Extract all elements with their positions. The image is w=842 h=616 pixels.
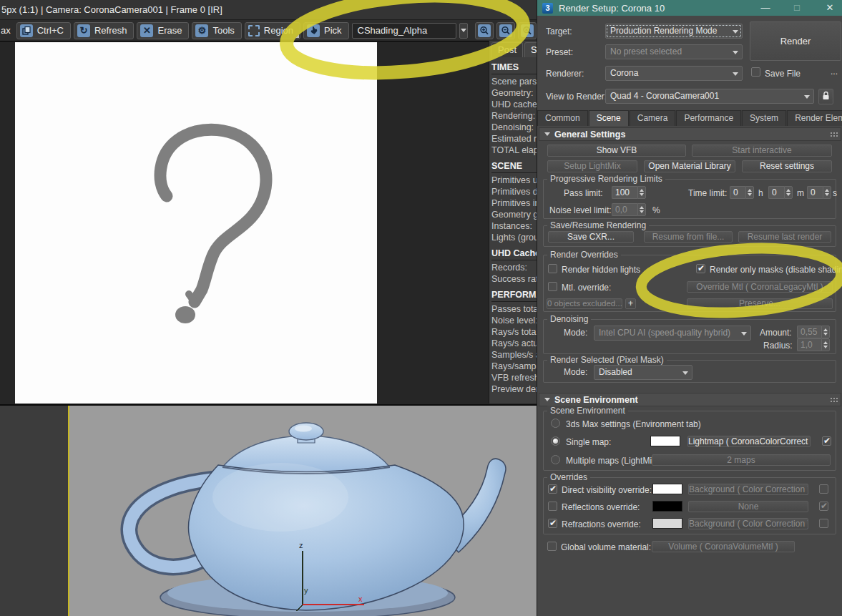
objects-excluded-button[interactable]: 0 objects excluded... [547, 298, 622, 309]
spinner-arrows-icon[interactable] [821, 338, 830, 351]
spinner-arrows-icon[interactable] [823, 186, 831, 199]
reflections-map-button[interactable]: None [688, 501, 808, 512]
tab-performance[interactable]: Performance [676, 110, 741, 126]
direct-visibility-color-swatch[interactable] [652, 484, 682, 494]
preserve-button[interactable]: Preserve... [687, 298, 833, 309]
start-interactive-button[interactable]: Start interactive [692, 145, 832, 157]
direct-visibility-enable-checkbox[interactable] [819, 484, 828, 494]
reset-settings-button[interactable]: Reset settings [742, 160, 832, 172]
reflections-override-checkbox[interactable] [548, 502, 557, 511]
single-map-button[interactable]: Lightmap ( CoronaColorCorrect ) [687, 436, 811, 447]
group-save-resume-rendering: Save/Resume Rendering Save CXR... Resume… [543, 225, 836, 247]
pass-limit-spinner[interactable]: 100 [612, 186, 646, 199]
setup-lightmix-button[interactable]: Setup LightMix [547, 160, 637, 172]
single-map-enable-checkbox[interactable] [822, 436, 831, 446]
copy-button-label: Ctrl+C [37, 25, 64, 36]
dialog-titlebar[interactable]: 3 Render Setup: Corona 10 — □ ✕ [537, 0, 842, 16]
refresh-button[interactable]: ↻ Refresh [74, 22, 134, 39]
drag-grip-icon[interactable] [830, 397, 838, 404]
direct-visibility-map-button[interactable]: Background ( Color Correction ) [688, 484, 808, 495]
drag-grip-icon[interactable] [830, 132, 838, 138]
global-volume-material-button[interactable]: Volume ( CoronaVolumeMtl ) [652, 541, 795, 552]
tab-camera[interactable]: Camera [630, 110, 676, 126]
rollout-scene-environment[interactable]: Scene Environment [539, 393, 841, 406]
time-limit-s-spinner[interactable]: 0 [807, 186, 831, 199]
max-settings-radio[interactable] [551, 419, 560, 428]
tab-common[interactable]: Common [537, 110, 588, 126]
tab-system[interactable]: System [742, 110, 786, 126]
cutoff-button-label[interactable]: ax [0, 25, 14, 36]
spinner-arrows-icon[interactable] [637, 186, 646, 199]
tab-post[interactable]: Post [491, 42, 523, 57]
refractions-map-button[interactable]: Background ( Color Correction ) [688, 518, 808, 529]
time-limit-h-spinner[interactable]: 0 [730, 186, 754, 199]
pick-button[interactable]: Pick [303, 22, 349, 39]
rollout-general-settings[interactable]: General Settings [539, 127, 841, 141]
target-dropdown[interactable]: Production Rendering Mode [605, 24, 743, 39]
copy-button[interactable]: Ctrl+C [16, 22, 71, 39]
multiple-maps-button[interactable]: 2 maps [652, 454, 831, 466]
noise-level-limit-spinner[interactable]: 0,0 [612, 203, 646, 216]
save-file-label: Save File [765, 69, 801, 79]
perspective-viewport[interactable]: z y x [68, 406, 537, 616]
minimize-button[interactable]: — [755, 0, 776, 16]
preset-dropdown[interactable]: No preset selected [605, 44, 743, 59]
maximize-button[interactable]: □ [786, 0, 808, 16]
tab-render-elements[interactable]: Render Elements [787, 110, 842, 126]
render-selected-mode-dropdown[interactable]: Disabled [594, 365, 692, 380]
render-hidden-lights-checkbox[interactable] [548, 264, 557, 273]
denoise-amount-spinner[interactable]: 0,55 [797, 326, 830, 338]
save-cxr-button[interactable]: Save CXR... [548, 231, 634, 243]
show-vfb-button[interactable]: Show VFB [547, 145, 686, 157]
multiple-maps-radio[interactable] [551, 455, 560, 464]
vfb-info-bar: 5px (1:1) | Camera: CoronaCamera001 | Fr… [0, 0, 537, 20]
tab-stats[interactable]: Stats [524, 42, 537, 57]
group-legend: Denoising [547, 314, 591, 324]
render-only-masks-checkbox[interactable] [696, 264, 705, 273]
resume-last-render-button[interactable]: Resume last render [738, 231, 831, 243]
reflections-enable-checkbox[interactable] [819, 502, 828, 511]
refractions-color-swatch[interactable] [652, 518, 682, 529]
direct-visibility-override-checkbox[interactable] [548, 484, 557, 494]
reflections-color-swatch[interactable] [652, 501, 682, 512]
render-button[interactable]: Render [750, 21, 841, 61]
zoom-in-button[interactable] [475, 22, 494, 39]
single-map-color-swatch[interactable] [650, 436, 680, 446]
erase-button-label: Erase [157, 25, 182, 36]
time-limit-m-spinner[interactable]: 0 [768, 186, 793, 199]
lock-view-button[interactable] [818, 89, 833, 104]
single-map-radio[interactable] [551, 436, 560, 446]
spinner-arrows-icon[interactable] [745, 186, 754, 199]
add-exclude-button[interactable]: + [625, 298, 636, 309]
render-channel-dropdown-arrow[interactable] [459, 23, 468, 39]
tab-scene[interactable]: Scene [589, 110, 629, 126]
zoom-reset-button[interactable] [518, 22, 537, 39]
spinner-arrows-icon[interactable] [821, 326, 830, 338]
open-material-library-button[interactable]: Open Material Library [644, 160, 735, 172]
refractions-override-checkbox[interactable] [548, 519, 557, 528]
global-volume-material-checkbox[interactable] [547, 542, 557, 551]
more-options-button[interactable]: ... [831, 67, 838, 77]
resume-from-file-button[interactable]: Resume from file... [644, 231, 733, 243]
group-render-overrides: Render Overrides Render hidden lights Re… [543, 255, 836, 312]
denoise-radius-spinner[interactable]: 1,0 [797, 338, 830, 351]
region-button[interactable]: Region [245, 22, 300, 39]
save-file-checkbox[interactable] [751, 67, 760, 77]
render-channel-dropdown[interactable]: CShading_Alpha [352, 23, 457, 39]
refractions-enable-checkbox[interactable] [819, 519, 828, 528]
close-button[interactable]: ✕ [819, 0, 841, 16]
tools-button[interactable]: ⚙ Tools [192, 22, 241, 39]
application-window: 5px (1:1) | Camera: CoronaCamera001 | Fr… [0, 0, 842, 616]
denoise-mode-dropdown[interactable]: Intel CPU AI (speed-quality hybrid) [594, 326, 751, 341]
override-mtl-button[interactable]: Override Mtl ( CoronaLegacyMtl ) [687, 281, 833, 293]
erase-button[interactable]: ✕ Erase [137, 22, 189, 39]
axis-y-label: y [304, 586, 308, 595]
spinner-arrows-icon[interactable] [637, 203, 646, 216]
pass-limit-value: 100 [612, 186, 637, 199]
zoom-out-button[interactable] [496, 22, 515, 39]
spinner-arrows-icon[interactable] [784, 186, 793, 199]
mtl-override-checkbox[interactable] [548, 282, 557, 291]
noise-level-value: 0,0 [612, 203, 637, 216]
renderer-dropdown[interactable]: Corona [605, 66, 743, 81]
view-to-render-dropdown[interactable]: Quad 4 - CoronaCamera001 [605, 89, 814, 104]
